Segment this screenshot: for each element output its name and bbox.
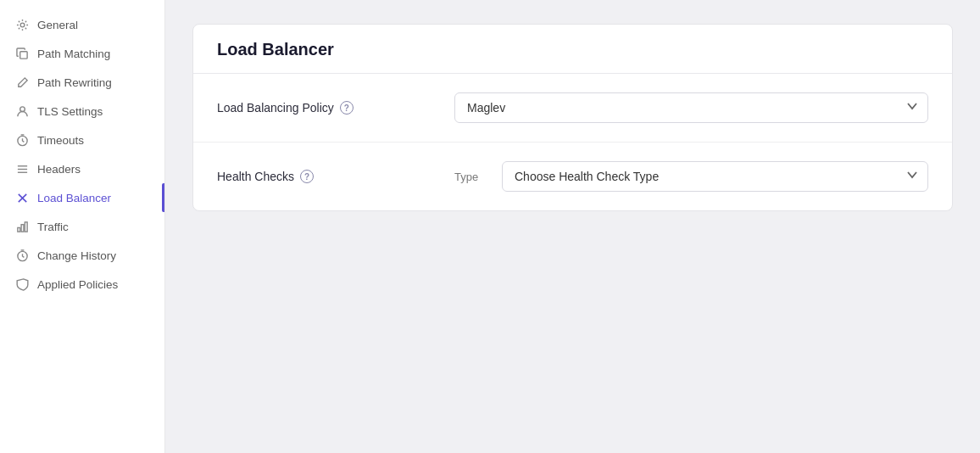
sidebar-item-traffic-label: Traffic (37, 221, 69, 233)
main-content: Load Balancer Load Balancing Policy ? Ma… (165, 0, 980, 453)
health-check-type-select-wrapper: Choose Health Check Type HTTP TCP gRPC (502, 161, 928, 192)
health-checks-help-icon[interactable]: ? (300, 170, 314, 183)
clock2-icon (15, 249, 29, 262)
load-balancing-policy-label-group: Load Balancing Policy ? (217, 101, 454, 115)
svg-rect-11 (25, 221, 27, 231)
sidebar-item-headers[interactable]: Headers (0, 154, 164, 183)
sidebar-item-load-balancer[interactable]: Load Balancer (0, 183, 164, 212)
sidebar-item-path-rewriting[interactable]: Path Rewriting (0, 68, 164, 97)
sidebar-item-timeouts[interactable]: Timeouts (0, 126, 164, 154)
svg-point-2 (19, 106, 25, 111)
page-title: Load Balancer (217, 40, 928, 59)
svg-rect-9 (17, 227, 19, 232)
load-balancing-policy-help-icon[interactable]: ? (340, 101, 354, 115)
svg-point-0 (20, 23, 25, 27)
gear-icon (15, 18, 29, 31)
sidebar-item-timeouts-label: Timeouts (37, 134, 84, 147)
sidebar-item-tls-settings-label: TLS Settings (37, 105, 103, 118)
list-icon (15, 162, 29, 176)
sidebar-item-applied-policies-label: Applied Policies (37, 278, 118, 291)
health-checks-label: Health Checks (217, 170, 294, 183)
user-icon (15, 104, 29, 118)
health-check-type-select[interactable]: Choose Health Check Type HTTP TCP gRPC (502, 161, 928, 192)
sidebar-item-path-matching[interactable]: Path Matching (0, 39, 164, 68)
sidebar: General Path Matching Path Rewriting TLS… (0, 0, 165, 453)
x-icon (15, 191, 29, 204)
sidebar-item-path-rewriting-label: Path Rewriting (37, 76, 112, 89)
sidebar-item-path-matching-label: Path Matching (37, 48, 110, 60)
bar-chart-icon (15, 220, 29, 233)
health-checks-row: Health Checks ? Type Choose Health Check… (193, 143, 952, 210)
health-checks-controls: Type Choose Health Check Type HTTP TCP g… (454, 161, 928, 192)
edit-icon (15, 76, 29, 89)
shield-icon (15, 277, 29, 291)
copy-icon (15, 47, 29, 60)
sidebar-item-general-label: General (37, 19, 78, 31)
health-checks-label-group: Health Checks ? (217, 170, 454, 183)
svg-rect-10 (21, 224, 24, 231)
load-balancing-policy-label: Load Balancing Policy (217, 101, 334, 115)
sidebar-item-change-history[interactable]: Change History (0, 241, 164, 270)
sidebar-item-general[interactable]: General (0, 10, 164, 39)
sidebar-item-load-balancer-label: Load Balancer (37, 192, 111, 204)
sidebar-item-tls-settings[interactable]: TLS Settings (0, 97, 164, 126)
svg-rect-1 (19, 51, 26, 58)
card-header: Load Balancer (193, 25, 952, 74)
load-balancing-policy-controls: Maglev Round Robin Least Request Random (454, 92, 928, 123)
load-balancer-card: Load Balancer Load Balancing Policy ? Ma… (192, 24, 953, 211)
load-balancing-policy-select-wrapper: Maglev Round Robin Least Request Random (454, 92, 928, 123)
sidebar-item-change-history-label: Change History (37, 249, 116, 262)
sidebar-item-traffic[interactable]: Traffic (0, 212, 164, 241)
load-balancing-policy-row: Load Balancing Policy ? Maglev Round Rob… (193, 74, 952, 143)
sidebar-item-headers-label: Headers (37, 163, 81, 176)
load-balancing-policy-select[interactable]: Maglev Round Robin Least Request Random (454, 92, 928, 123)
clock-icon (15, 133, 29, 147)
health-checks-type-label: Type (454, 171, 488, 183)
card-body: Load Balancing Policy ? Maglev Round Rob… (193, 74, 952, 210)
sidebar-item-applied-policies[interactable]: Applied Policies (0, 270, 164, 299)
